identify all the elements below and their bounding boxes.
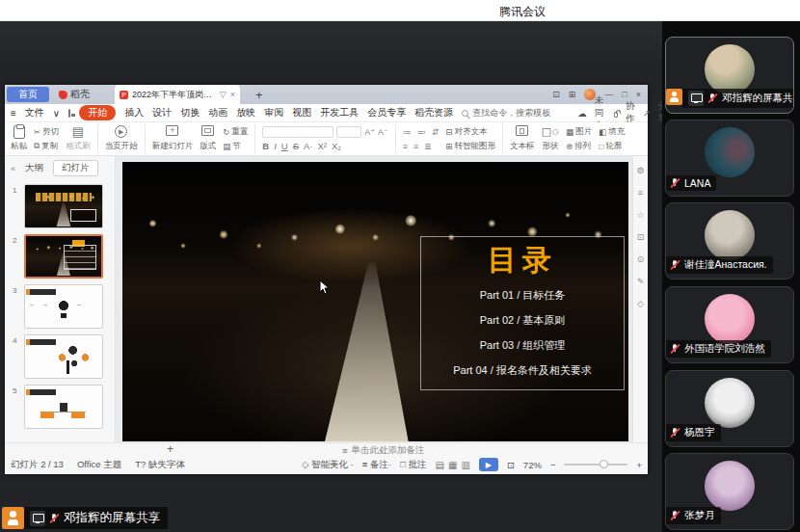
command-search[interactable] [462, 108, 569, 118]
edit-icon[interactable]: ✎ [637, 277, 645, 286]
zoom-out-button[interactable]: − [550, 460, 556, 470]
favorite-icon[interactable]: ☆ [636, 210, 644, 220]
fill-button[interactable]: ◧ 填充 [599, 126, 625, 138]
arrange-button[interactable]: ⊛ 排列 [566, 141, 592, 152]
layout-button[interactable]: 版式 [200, 124, 216, 153]
menu-member[interactable]: 会员专享 [367, 106, 406, 120]
align-text-button[interactable]: ⊟ 对齐文本 [445, 126, 495, 138]
tab-slides[interactable]: 幻灯片 [53, 160, 98, 176]
animation-pane-icon[interactable]: ⊡ [637, 232, 645, 242]
menu-slideshow[interactable]: 放映 [236, 106, 255, 120]
tab-document[interactable]: P 2022年下半年顶岗实习动员会 ▽ × [115, 85, 240, 104]
outline-button[interactable]: □ 轮廓 [599, 141, 625, 152]
paste-button[interactable]: 粘贴 [11, 124, 27, 153]
font-color-button[interactable]: A· [304, 141, 313, 151]
menu-docer-res[interactable]: 稻壳资源 [414, 106, 453, 120]
bullet-list-icon[interactable]: ≔ [403, 127, 412, 137]
help-icon[interactable]: ◇ [637, 299, 644, 308]
align-right-icon[interactable]: ≣ [424, 142, 432, 151]
properties-icon[interactable]: ≡ [638, 188, 643, 198]
zoom-in-button[interactable]: + [636, 460, 642, 470]
slide-thumbnail-2-selected[interactable] [24, 234, 103, 279]
tab-home[interactable]: 首页 [7, 87, 49, 102]
tab-docer[interactable]: 稻壳 [59, 88, 90, 101]
menu-devtools[interactable]: 开发工具 [320, 106, 359, 120]
play-from-page-button[interactable]: ▶ 当页开始 [105, 124, 138, 153]
menu-design[interactable]: 设计 [152, 106, 172, 120]
missing-font-warning[interactable]: T? 缺失字体 [135, 459, 185, 471]
font-size-select[interactable] [336, 126, 361, 138]
participant-tile-sharer[interactable]: 邓指辉的屏幕共享 [665, 37, 794, 114]
superscript-button[interactable]: X² [317, 141, 327, 151]
participant-tile[interactable]: 张梦月 [665, 453, 794, 530]
participant-tile[interactable]: 外国语学院刘浩然 [665, 286, 794, 363]
decrease-font-icon[interactable]: A⁻ [378, 127, 388, 137]
format-painter-button[interactable]: ▤ 格式刷 [66, 124, 91, 153]
ribbon-separator [502, 124, 503, 153]
picture-button[interactable]: ▦ 图片 [566, 126, 592, 138]
cut-button[interactable]: ✂ 剪切 [34, 126, 59, 138]
slide-thumbnail-3[interactable] [24, 284, 103, 329]
zoom-level[interactable]: 72% [523, 460, 542, 470]
save-icon[interactable] [68, 109, 70, 118]
close-tab-icon[interactable]: × [230, 90, 235, 99]
normal-view-icon[interactable]: ▤ [436, 460, 444, 470]
font-name-select[interactable] [262, 126, 333, 138]
notes-bar[interactable]: + ≡ 单击此处添加备注 [5, 442, 648, 455]
hamburger-icon[interactable]: ≡ [11, 108, 16, 119]
search-input[interactable] [472, 108, 569, 118]
strikethrough-button[interactable]: S [293, 141, 299, 151]
reset-button[interactable]: ↻ 重置 [223, 126, 248, 138]
menu-view[interactable]: 视图 [292, 106, 311, 120]
add-slide-button[interactable]: + [167, 442, 173, 456]
comment-button[interactable]: □ 批注 [400, 459, 426, 471]
underline-button[interactable]: U [281, 141, 288, 151]
menu-insert[interactable]: 插入 [124, 106, 144, 120]
participant-tile[interactable]: LANA [665, 120, 794, 197]
layout-grid-icon[interactable]: ⊞ [569, 90, 576, 99]
toc-textbox[interactable]: 目录 Part 01 / 目标任务 Part 02 / 基本原则 Part 03… [420, 236, 625, 390]
smart-graphic-button[interactable]: ⊞ 转智能图形 [445, 141, 495, 152]
bold-button[interactable]: B [262, 141, 269, 151]
mic-muted-icon [670, 259, 680, 271]
pin-tab-icon[interactable]: ▽ [220, 90, 227, 99]
settings-icon[interactable]: ⚙ [636, 166, 644, 175]
copy-button[interactable]: ⧉ 复制 [34, 141, 59, 152]
menu-start[interactable]: 开始 [79, 105, 116, 120]
menu-file[interactable]: 文件 [25, 106, 44, 120]
clock-icon[interactable]: ⊙ [637, 254, 645, 264]
collapse-panel-icon[interactable]: « [11, 164, 15, 173]
new-tab-button[interactable]: + [255, 88, 263, 102]
slide-thumbnail-5[interactable] [24, 385, 103, 429]
subscript-button[interactable]: X₂ [332, 141, 341, 151]
beautify-button[interactable]: ◇ 智能美化 · [302, 459, 354, 471]
textbox-button[interactable]: 文本框 [510, 124, 535, 153]
line-spacing-icon[interactable]: ⇵ [432, 127, 440, 137]
zoom-slider-knob[interactable] [600, 460, 608, 468]
new-slide-button[interactable]: + 新建幻灯片 [152, 124, 194, 153]
participant-tile[interactable]: 谢佳潼Анастасия. [665, 202, 794, 279]
numbered-list-icon[interactable]: ≕ [417, 127, 426, 137]
note-toggle-button[interactable]: ≡ 备注· [362, 459, 391, 471]
slide-sorter-icon[interactable]: ▦ [448, 460, 457, 470]
participant-tile[interactable]: 杨恩宇 [665, 370, 794, 447]
menu-review[interactable]: 审阅 [264, 106, 283, 120]
tab-outline[interactable]: 大纲 [21, 161, 47, 175]
italic-button[interactable]: I [274, 141, 277, 151]
shape-button[interactable]: ◻○ 形状 [541, 124, 559, 153]
slide-thumbnail-4[interactable] [24, 334, 103, 379]
menu-transition[interactable]: 切换 [180, 106, 200, 120]
current-slide[interactable]: 目录 Part 01 / 目标任务 Part 02 / 基本原则 Part 03… [122, 162, 628, 441]
file-dropdown-icon[interactable]: ∨ [53, 108, 60, 119]
layout-single-icon[interactable]: ⊡ [552, 90, 560, 99]
align-left-icon[interactable]: ≡ [403, 142, 408, 151]
align-center-icon[interactable]: ≡ [413, 142, 418, 151]
menu-animation[interactable]: 动画 [208, 106, 227, 120]
slide-thumbnail-1[interactable] [24, 184, 103, 228]
slideshow-play-button[interactable]: ▶ [479, 458, 498, 471]
zoom-slider[interactable] [564, 464, 627, 466]
increase-font-icon[interactable]: A⁺ [364, 127, 375, 137]
fit-slide-icon[interactable]: ⊡ [507, 460, 515, 470]
reading-view-icon[interactable]: ▥ [461, 460, 469, 470]
section-button[interactable]: ▤ 节 [223, 141, 248, 152]
